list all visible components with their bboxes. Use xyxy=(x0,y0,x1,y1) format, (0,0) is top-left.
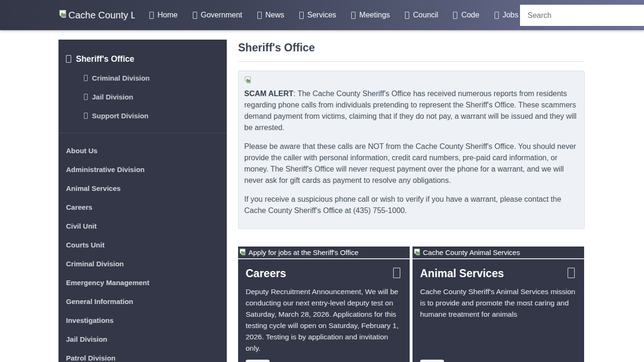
animal-services-card-image-alt-text: Cache County Animal Services xyxy=(423,248,520,256)
council-icon xyxy=(405,12,409,19)
scam-alert-box: SCAM ALERT: The Cache County Sheriff's O… xyxy=(238,71,585,229)
sidebar-item-careers[interactable]: Careers xyxy=(58,197,227,216)
broken-image-icon xyxy=(58,9,67,21)
sidebar-item-criminal-division[interactable]: Criminal Division xyxy=(58,254,227,273)
jobs-icon xyxy=(495,12,499,19)
careers-card-body: Careers Deputy Recruitment Announcement,… xyxy=(238,259,410,362)
main-nav: Home Government News Services Meetings C… xyxy=(142,0,526,30)
nav-item-council[interactable]: Council xyxy=(397,0,446,30)
sidebar-item-general-information[interactable]: General Information xyxy=(58,292,227,311)
sidebar-item-investigations[interactable]: Investigations xyxy=(58,311,227,329)
external-link-icon xyxy=(568,268,575,278)
page-title: Sheriff's Office xyxy=(238,41,585,55)
sidebar-subitem-support-division[interactable]: Support Division xyxy=(58,106,227,125)
home-icon xyxy=(149,12,154,19)
title-divider xyxy=(238,61,585,62)
animal-services-card-title-link[interactable]: Animal Services xyxy=(420,267,577,280)
sidebar-item-emergency-management[interactable]: Emergency Management xyxy=(58,273,227,292)
nav-item-meetings[interactable]: Meetings xyxy=(344,0,397,30)
news-icon xyxy=(257,12,262,19)
sidebar-section-title: Sheriff's Office xyxy=(76,54,134,64)
support-division-icon xyxy=(84,113,88,119)
careers-card-text: Deputy Recruitment Announcement, We will… xyxy=(246,286,402,354)
sidebar-item-animal-services[interactable]: Animal Services xyxy=(58,179,227,197)
sidebar-subitem-label: Support Division xyxy=(92,112,149,120)
site-logo[interactable]: Cache County Logo xyxy=(58,9,135,21)
services-icon xyxy=(299,12,304,19)
animal-services-card: Cache County Animal Services Animal Serv… xyxy=(413,247,584,362)
top-navigation-bar: Cache County Logo Home Government News S… xyxy=(0,0,644,30)
careers-card: Apply for jobs at the Sheriff's Office C… xyxy=(238,247,410,362)
sidebar-subitem-criminal-division[interactable]: Criminal Division xyxy=(58,68,227,87)
sidebar-item-civil-unit[interactable]: Civil Unit xyxy=(58,216,227,235)
nav-label: Code xyxy=(461,11,479,19)
animal-services-card-text: Cache County Sheriff's Animal Services m… xyxy=(420,286,577,320)
nav-item-code[interactable]: Code xyxy=(446,0,487,30)
careers-card-image-alt-text: Apply for jobs at the Sheriff's Office xyxy=(248,248,358,256)
alert-paragraph-1: SCAM ALERT: The Cache County Sheriff's O… xyxy=(244,88,578,133)
main-content: Sheriff's Office SCAM ALERT: The Cache C… xyxy=(238,40,585,362)
broken-image-icon xyxy=(244,76,251,87)
nav-label: Jobs xyxy=(503,11,519,19)
jail-division-icon xyxy=(84,94,88,100)
nav-label: Government xyxy=(201,11,242,19)
animal-services-card-body: Animal Services Cache County Sheriff's A… xyxy=(413,259,584,362)
careers-card-title: Careers xyxy=(246,267,286,280)
sidebar-item-administrative-division[interactable]: Administrative Division xyxy=(58,160,227,179)
nav-item-services[interactable]: Services xyxy=(292,0,344,30)
nav-item-government[interactable]: Government xyxy=(185,0,250,30)
sidebar-current-section: Sheriff's Office Criminal Division Jail … xyxy=(58,40,227,133)
meetings-icon xyxy=(351,12,355,19)
search-input[interactable] xyxy=(520,5,644,26)
alert-paragraph-3: If you receive a suspicious phone call o… xyxy=(244,194,578,216)
alert-paragraph-2: Please be aware that these calls are NOT… xyxy=(244,141,578,186)
sidebar-item-about-us[interactable]: About Us xyxy=(58,141,227,160)
sidebar-item-jail-division[interactable]: Jail Division xyxy=(58,329,227,348)
sidebar-link-list: About Us Administrative Division Animal … xyxy=(58,133,227,362)
sidebar-subitem-jail-division[interactable]: Jail Division xyxy=(58,87,227,106)
sheriffs-office-icon xyxy=(66,55,71,63)
nav-label: News xyxy=(265,11,284,19)
sidebar-item-patrol-division[interactable]: Patrol Division xyxy=(58,348,227,362)
careers-go-button[interactable]: Go xyxy=(246,360,270,362)
careers-card-title-link[interactable]: Careers xyxy=(246,267,402,280)
sidebar-item-courts-unit[interactable]: Courts Unit xyxy=(58,235,227,254)
nav-label: Council xyxy=(413,11,438,19)
external-link-icon xyxy=(393,268,400,278)
site-logo-alt-text: Cache County Logo xyxy=(68,10,135,21)
sidebar-item-sheriffs-office[interactable]: Sheriff's Office xyxy=(58,49,227,68)
nav-label: Services xyxy=(307,11,336,19)
government-icon xyxy=(193,12,197,19)
sidebar-subitem-label: Criminal Division xyxy=(92,74,150,82)
broken-image-icon xyxy=(239,248,246,257)
broken-image-icon xyxy=(413,248,421,257)
code-icon xyxy=(453,12,457,19)
sidebar-subitem-label: Jail Division xyxy=(92,93,133,101)
criminal-division-icon xyxy=(84,75,88,81)
nav-item-news[interactable]: News xyxy=(250,0,292,30)
alert-label: SCAM ALERT xyxy=(244,90,293,98)
nav-label: Meetings xyxy=(359,11,390,19)
alert-paragraph-1-text: : The Cache County Sheriff's Office has … xyxy=(244,90,577,132)
animal-services-go-button[interactable]: Go xyxy=(420,360,444,362)
nav-item-home[interactable]: Home xyxy=(142,0,185,30)
nav-label: Home xyxy=(157,11,178,19)
careers-card-image: Apply for jobs at the Sheriff's Office xyxy=(238,247,410,259)
feature-cards-row: Apply for jobs at the Sheriff's Office C… xyxy=(238,247,585,362)
animal-services-card-title: Animal Services xyxy=(420,267,504,280)
sidebar: Sheriff's Office Criminal Division Jail … xyxy=(58,40,227,362)
animal-services-card-image: Cache County Animal Services xyxy=(413,247,584,259)
